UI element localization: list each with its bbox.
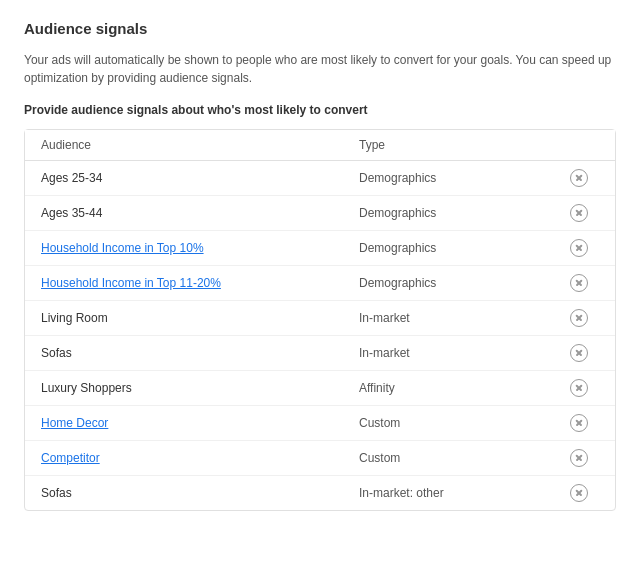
table-row: Living Room In-market <box>25 301 615 336</box>
table-row: Luxury Shoppers Affinity <box>25 371 615 406</box>
remove-button[interactable] <box>559 309 599 327</box>
table-row: Household Income in Top 11-20% Demograph… <box>25 266 615 301</box>
remove-button[interactable] <box>559 484 599 502</box>
type-cell: Custom <box>359 416 559 430</box>
audience-cell: Sofas <box>41 486 359 500</box>
remove-icon <box>570 239 588 257</box>
remove-button[interactable] <box>559 379 599 397</box>
audience-cell: Sofas <box>41 346 359 360</box>
remove-button[interactable] <box>559 344 599 362</box>
audience-cell[interactable]: Home Decor <box>41 416 359 430</box>
audience-cell: Ages 35-44 <box>41 206 359 220</box>
type-cell: Demographics <box>359 171 559 185</box>
table-row: Ages 35-44 Demographics <box>25 196 615 231</box>
remove-icon <box>570 204 588 222</box>
audience-table: Audience Type Ages 25-34 Demographics Ag… <box>24 129 616 511</box>
audience-cell: Living Room <box>41 311 359 325</box>
audience-cell: Ages 25-34 <box>41 171 359 185</box>
page-subheading: Provide audience signals about who's mos… <box>24 103 616 117</box>
remove-button[interactable] <box>559 414 599 432</box>
table-row: Household Income in Top 10% Demographics <box>25 231 615 266</box>
remove-button[interactable] <box>559 204 599 222</box>
page-container: Audience signals Your ads will automatic… <box>0 0 640 531</box>
remove-icon <box>570 309 588 327</box>
table-row: Home Decor Custom <box>25 406 615 441</box>
table-header: Audience Type <box>25 130 615 161</box>
type-cell: Demographics <box>359 276 559 290</box>
audience-cell: Luxury Shoppers <box>41 381 359 395</box>
remove-button[interactable] <box>559 169 599 187</box>
col-header-audience: Audience <box>41 138 359 152</box>
remove-icon <box>570 169 588 187</box>
type-cell: Demographics <box>359 241 559 255</box>
type-cell: In-market <box>359 346 559 360</box>
remove-icon <box>570 344 588 362</box>
type-cell: Demographics <box>359 206 559 220</box>
table-row: Sofas In-market <box>25 336 615 371</box>
remove-button[interactable] <box>559 274 599 292</box>
remove-button[interactable] <box>559 449 599 467</box>
table-body: Ages 25-34 Demographics Ages 35-44 Demog… <box>25 161 615 510</box>
remove-icon <box>570 414 588 432</box>
page-description: Your ads will automatically be shown to … <box>24 51 616 87</box>
type-cell: In-market <box>359 311 559 325</box>
type-cell: Affinity <box>359 381 559 395</box>
remove-icon <box>570 484 588 502</box>
audience-cell[interactable]: Competitor <box>41 451 359 465</box>
page-title: Audience signals <box>24 20 616 37</box>
type-cell: Custom <box>359 451 559 465</box>
table-row: Competitor Custom <box>25 441 615 476</box>
remove-icon <box>570 449 588 467</box>
audience-cell[interactable]: Household Income in Top 10% <box>41 241 359 255</box>
audience-cell[interactable]: Household Income in Top 11-20% <box>41 276 359 290</box>
remove-button[interactable] <box>559 239 599 257</box>
table-row: Ages 25-34 Demographics <box>25 161 615 196</box>
remove-icon <box>570 274 588 292</box>
table-row: Sofas In-market: other <box>25 476 615 510</box>
col-header-type: Type <box>359 138 559 152</box>
remove-icon <box>570 379 588 397</box>
type-cell: In-market: other <box>359 486 559 500</box>
